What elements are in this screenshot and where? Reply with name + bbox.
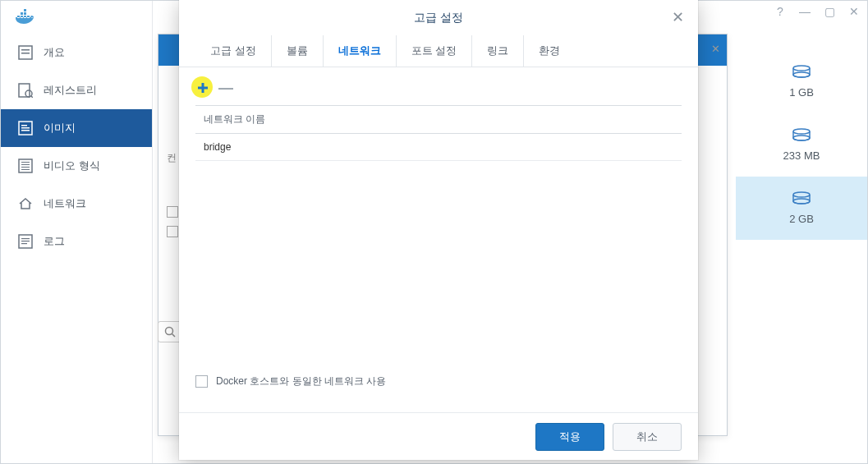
remove-network-button[interactable]: —	[218, 80, 233, 95]
svg-rect-11	[21, 162, 30, 163]
host-network-checkbox[interactable]	[195, 375, 208, 388]
network-table-row[interactable]: bridge	[195, 134, 682, 161]
sidebar-item-registry[interactable]: 레지스트리	[1, 71, 152, 109]
storage-column: 1 GB 233 MB 2 GB	[736, 50, 867, 240]
dialog-title: 고급 설정	[414, 11, 463, 25]
storage-item[interactable]: 1 GB	[736, 50, 867, 113]
svg-rect-14	[21, 169, 30, 170]
svg-point-22	[793, 72, 810, 77]
storage-item[interactable]: 2 GB	[736, 177, 867, 240]
svg-rect-1	[21, 49, 30, 51]
sidebar-item-label: 개요	[44, 45, 65, 60]
disk-icon	[792, 65, 811, 81]
sidebar-item-video[interactable]: 비디오 형식	[1, 147, 152, 185]
sidebar-item-log[interactable]: 로그	[1, 223, 152, 260]
svg-point-24	[793, 136, 810, 140]
dialog-tabs: 고급 설정 볼륨 네트워크 포트 설정 링크 환경	[179, 36, 698, 67]
sidebar-item-label: 네트워크	[44, 196, 86, 211]
help-button[interactable]: ?	[774, 5, 787, 18]
storage-size: 233 MB	[783, 149, 820, 162]
checkbox-indicator[interactable]	[167, 206, 178, 218]
svg-rect-18	[21, 243, 27, 244]
dialog-footer: 적용 취소	[179, 412, 698, 461]
svg-rect-16	[21, 238, 30, 239]
storage-size: 2 GB	[789, 213, 814, 225]
action-row: —	[195, 80, 682, 95]
host-network-label: Docker 호스트와 동일한 네트워크 사용	[216, 374, 386, 388]
inner-close-icon[interactable]: ✕	[711, 43, 720, 55]
tab-port[interactable]: 포트 설정	[397, 35, 473, 67]
svg-point-23	[793, 129, 810, 134]
svg-line-5	[31, 96, 34, 99]
checkbox-indicator[interactable]	[167, 226, 178, 237]
svg-rect-13	[21, 167, 30, 168]
network-table: 네트워크 이름 bridge	[195, 105, 682, 161]
network-icon	[17, 195, 34, 212]
storage-size: 1 GB	[789, 86, 814, 99]
svg-rect-12	[21, 164, 30, 165]
svg-rect-8	[21, 127, 30, 129]
dialog-body: — 네트워크 이름 bridge Docker 호스트와 동일한 네트워크 사용	[179, 67, 698, 412]
svg-rect-7	[21, 125, 27, 126]
svg-rect-17	[21, 241, 30, 241]
tab-network[interactable]: 네트워크	[324, 35, 397, 67]
overview-icon	[17, 44, 34, 61]
image-icon	[17, 120, 34, 136]
sidebar: 개요 레지스트리 이미지 비디오 형식 네트워크 로그	[1, 1, 153, 463]
disk-icon	[792, 128, 811, 145]
advanced-settings-dialog: 고급 설정 ✕ 고급 설정 볼륨 네트워크 포트 설정 링크 환경 — 네트워크…	[179, 0, 698, 460]
tab-link[interactable]: 링크	[472, 35, 524, 67]
apply-button[interactable]: 적용	[535, 423, 604, 451]
sidebar-item-network[interactable]: 네트워크	[1, 185, 152, 223]
minimize-button[interactable]: —	[798, 5, 811, 18]
video-icon	[17, 158, 34, 174]
sidebar-item-label: 이미지	[44, 121, 76, 136]
svg-rect-10	[19, 159, 32, 172]
svg-rect-9	[21, 130, 30, 131]
disk-icon	[792, 191, 811, 208]
host-network-option: Docker 호스트와 동일한 네트워크 사용	[195, 374, 682, 388]
sidebar-item-overview[interactable]: 개요	[1, 34, 152, 71]
maximize-button[interactable]: ▢	[823, 5, 836, 18]
sidebar-item-label: 비디오 형식	[44, 158, 100, 173]
svg-rect-2	[21, 53, 30, 54]
log-icon	[17, 233, 34, 250]
cancel-button[interactable]: 취소	[613, 423, 682, 451]
registry-icon	[17, 82, 34, 99]
add-network-button[interactable]	[195, 80, 210, 95]
tab-advanced[interactable]: 고급 설정	[195, 35, 272, 67]
storage-item[interactable]: 233 MB	[736, 113, 867, 177]
close-icon[interactable]: ✕	[672, 10, 687, 25]
sidebar-item-label: 레지스트리	[44, 83, 97, 98]
svg-point-19	[166, 328, 173, 335]
tab-environment[interactable]: 환경	[524, 35, 575, 67]
network-table-header: 네트워크 이름	[195, 106, 682, 134]
svg-line-20	[172, 334, 176, 338]
svg-point-21	[793, 66, 810, 71]
tab-volume[interactable]: 볼륨	[272, 35, 324, 67]
svg-point-25	[793, 192, 810, 197]
docker-logo-icon	[16, 7, 39, 24]
dialog-header: 고급 설정 ✕	[179, 0, 698, 36]
close-button[interactable]: ✕	[847, 5, 861, 18]
titlebar-controls: ? — ▢ ✕	[774, 5, 861, 18]
sidebar-item-image[interactable]: 이미지	[1, 109, 152, 147]
svg-point-26	[793, 199, 810, 204]
sidebar-item-label: 로그	[44, 234, 65, 249]
